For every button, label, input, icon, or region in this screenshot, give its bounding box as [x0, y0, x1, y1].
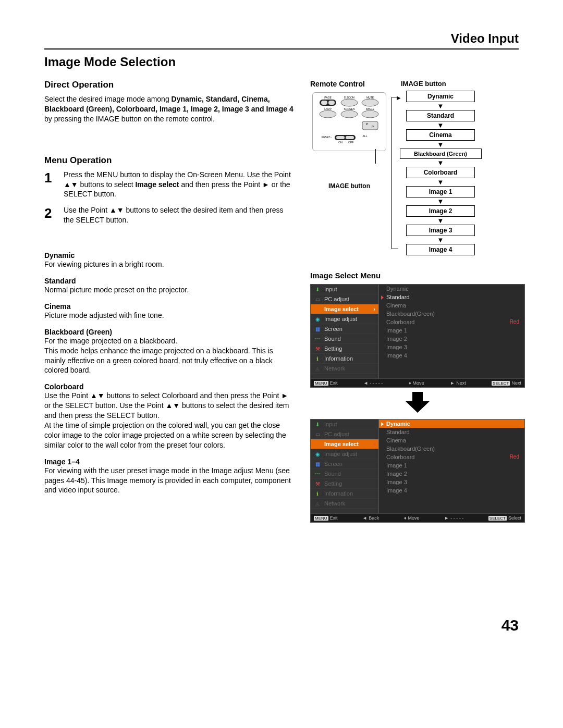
- osd-right-item: Blackboard(Green): [379, 445, 524, 453]
- osd-left-panel: ⬇Input▭PC adjust◧Image select›◉Image adj…: [311, 285, 379, 378]
- osd-right-label: Colorboard: [386, 319, 414, 325]
- t: Exit: [330, 515, 338, 521]
- t: ◄: [363, 380, 368, 386]
- mode-title: Cinema: [44, 302, 295, 311]
- mode-title: Blackboard (Green): [44, 328, 295, 336]
- svg-text:SCREEN: SCREEN: [344, 107, 355, 110]
- flow-box: Blackboard (Green): [400, 149, 482, 159]
- right-column: Remote Control PAGE D.ZOOM MUTE LAMP SCR…: [310, 80, 525, 523]
- remote-caption: IMAGE button: [310, 182, 388, 190]
- osd-right-label: Standard: [386, 294, 410, 300]
- osd-left-item: ⬇Input: [311, 419, 378, 429]
- osd-right-label: Dynamic: [386, 286, 409, 292]
- menu-icon: ◧: [314, 441, 321, 447]
- t: ►: [450, 380, 455, 386]
- osd-right-label: Image 4: [386, 352, 407, 359]
- osd-left-item: 〰Sound: [311, 334, 378, 344]
- osd-right-panel: DynamicStandardCinemaBlackboard(Green)Co…: [379, 419, 524, 513]
- osd-menu-1: ⬇Input▭PC adjust◧Image select›◉Image adj…: [310, 284, 525, 388]
- osd-left-item: ◧Image select›: [311, 304, 378, 314]
- osd-right-item: Dynamic: [379, 419, 524, 428]
- mode-desc: For the image projected on a blackboard.…: [44, 336, 295, 376]
- page-number: 43: [44, 616, 519, 634]
- osd-right-item: Image 2: [379, 335, 524, 343]
- down-arrow-icon: ▼: [399, 179, 482, 186]
- osd-right-item: Image 4: [379, 351, 524, 360]
- step-text: Use the Point ▲▼ buttons to select the d…: [64, 205, 295, 225]
- osd-right-panel: DynamicStandardCinemaBlackboard(Green)Co…: [379, 285, 524, 378]
- osd-right-item: Image 3: [379, 343, 524, 351]
- osd-left-label: Sound: [324, 336, 341, 342]
- svg-rect-2: [328, 101, 335, 105]
- key: MENU: [314, 516, 328, 521]
- svg-rect-20: [336, 136, 345, 139]
- osd-left-label: PC adjust: [324, 296, 349, 302]
- osd-right-label: Image 1: [386, 462, 407, 468]
- t: Back: [369, 515, 379, 521]
- mode-title: Dynamic: [44, 251, 295, 260]
- osd-right-item: ColorboardRed: [379, 453, 524, 461]
- menu-icon: ▦: [314, 461, 321, 467]
- svg-point-6: [362, 99, 378, 106]
- down-arrow-icon: ▼: [399, 141, 482, 148]
- key: SELECT: [492, 381, 510, 386]
- osd-right-label: Colorboard: [386, 454, 414, 460]
- menu-icon: ◬: [314, 365, 321, 372]
- mode-desc: Picture mode adjusted with fine tone.: [44, 311, 295, 320]
- flow-box: Image 4: [406, 244, 475, 255]
- mode-desc: For viewing with the user preset image m…: [44, 466, 295, 496]
- svg-text:LAMP: LAMP: [324, 107, 332, 110]
- t: ♦: [409, 380, 411, 386]
- osd-left-label: Setting: [324, 480, 342, 487]
- down-arrow-icon: ▼: [399, 159, 482, 166]
- svg-point-10: [341, 110, 358, 118]
- menu-icon: ◉: [314, 451, 321, 457]
- osd-left-label: Screen: [324, 326, 342, 332]
- svg-rect-14: [362, 121, 378, 130]
- svg-text:MUTE: MUTE: [366, 96, 374, 99]
- osd-left-item: ◬Network: [311, 364, 378, 374]
- t: Select: [508, 515, 521, 521]
- svg-text:P: P: [366, 122, 368, 126]
- down-arrow-icon: ▼: [399, 122, 482, 129]
- osd-menu-2: ⬇Input▭PC adjust◧Image select‹◉Image adj…: [310, 419, 525, 523]
- svg-rect-1: [321, 101, 327, 105]
- header-section: Video Input: [44, 31, 519, 46]
- menu-icon: ▦: [314, 326, 321, 332]
- svg-point-12: [362, 110, 378, 118]
- osd-right-label: Image 3: [386, 344, 407, 350]
- t: Move: [408, 515, 420, 521]
- step-text: Press the MENU button to display the On-…: [64, 170, 295, 200]
- osd-left-item: ◧Image select‹: [311, 439, 378, 449]
- osd-right-item: Image 1: [379, 326, 524, 335]
- osd-left-item: ◬Network: [311, 499, 378, 509]
- t: - - - - -: [370, 380, 383, 386]
- osd-right-label: Standard: [386, 429, 410, 435]
- osd-left-label: Image adjust: [324, 451, 357, 457]
- osd-right-item: Cinema: [379, 301, 524, 310]
- mode-title: Image 1–4: [44, 458, 295, 466]
- osd-left-label: Input: [324, 421, 337, 427]
- osd-left-label: Information: [324, 490, 353, 497]
- menu-icon: ⬇: [314, 286, 321, 292]
- osd-left-panel: ⬇Input▭PC adjust◧Image select‹◉Image adj…: [311, 419, 379, 513]
- osd-left-item: ▦Screen: [311, 459, 378, 469]
- osd-right-item: Cinema: [379, 436, 524, 445]
- osd-left-item: ▭PC adjust: [311, 429, 378, 439]
- mode-desc: For viewing pictures in a bright room.: [44, 260, 295, 269]
- divider: [44, 48, 519, 50]
- flow-box: Colorboard: [406, 167, 475, 178]
- osd-left-item: ▦Screen: [311, 324, 378, 334]
- osd-left-item: ⬇Input: [311, 285, 378, 294]
- t: Select the desired image mode among: [44, 95, 172, 103]
- menu-icon: ◬: [314, 500, 321, 507]
- direct-heading: Direct Operation: [44, 80, 295, 90]
- osd-left-item: ▭PC adjust: [311, 294, 378, 304]
- osd-left-item: ⚒Setting: [311, 479, 378, 489]
- osd-left-item: ◉Image adjust: [311, 449, 378, 459]
- osd-left-item: ◉Image adjust: [311, 314, 378, 324]
- osd-left-label: Network: [324, 500, 345, 507]
- step-num: 1: [44, 170, 56, 186]
- mode-list: Dynamic For viewing pictures in a bright…: [44, 251, 295, 495]
- direct-text: Select the desired image mode among Dyna…: [44, 94, 295, 124]
